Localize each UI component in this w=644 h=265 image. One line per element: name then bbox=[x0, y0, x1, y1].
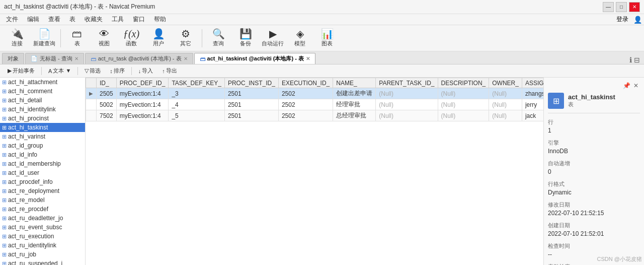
sidebar-item-act-hi-varinst[interactable]: ⊞ act_hi_varinst bbox=[0, 132, 85, 141]
user-icon[interactable]: 👤 bbox=[633, 16, 642, 24]
table-list-icon-6: ⊞ bbox=[2, 124, 7, 131]
sidebar-item-act-hi-identitylink[interactable]: ⊞ act_hi_identitylink bbox=[0, 105, 85, 114]
table-list-icon-15: ⊞ bbox=[2, 206, 7, 213]
toolbar-model[interactable]: ◈ 模型 bbox=[287, 27, 313, 49]
toolbar-connect[interactable]: 🔌 连接 bbox=[4, 27, 30, 49]
info-engine: 引擎 InnoDB bbox=[548, 139, 640, 155]
label-created: 创建日期 bbox=[548, 222, 640, 229]
table-list-icon-8: ⊞ bbox=[2, 143, 7, 149]
menu-window[interactable]: 窗口 bbox=[129, 14, 149, 25]
panel-header-row: 📌 ✕ bbox=[548, 82, 640, 90]
model-icon: ◈ bbox=[296, 29, 304, 39]
table-row[interactable]: 7502myEvection:1:4_525012502总经理审批(Null)(… bbox=[86, 110, 544, 121]
col-name[interactable]: NAME_ bbox=[333, 78, 376, 88]
tab-hi-taskinst[interactable]: 🗃 act_hi_taskinst @activiti (本地库) - 表 ✕ bbox=[194, 53, 315, 64]
maximize-button[interactable]: □ bbox=[616, 2, 627, 12]
col-proc-def-id[interactable]: PROC_DEF_ID_ bbox=[116, 78, 169, 88]
toolbar-function[interactable]: ƒ(x) 函数 bbox=[118, 27, 144, 49]
sidebar-item-act-hi-detail[interactable]: ⊞ act_hi_detail bbox=[0, 96, 85, 105]
begin-transaction-button[interactable]: ▶ 开始事务 bbox=[4, 65, 38, 76]
sidebar-item-act-id-user[interactable]: ⊞ act_id_user bbox=[0, 168, 85, 177]
toolbar-other[interactable]: ⚙ 其它 bbox=[173, 27, 199, 49]
value-modified: 2022-07-10 21:52:15 bbox=[548, 210, 640, 217]
toolbar: 🔌 连接 📄 新建查询 🗃 表 👁 视图 ƒ(x) 函数 👤 用户 ⚙ 其它 🔍… bbox=[0, 25, 644, 51]
sub-sep-1 bbox=[41, 67, 42, 75]
sidebar-item-act-id-group[interactable]: ⊞ act_id_group bbox=[0, 141, 85, 150]
toolbar-autorun[interactable]: ▶ 自动运行 bbox=[260, 27, 286, 49]
table-row[interactable]: ▶2505myEvection:1:4_325012502创建出差申请(Null… bbox=[86, 88, 544, 99]
col-execution-id[interactable]: EXECUTION_ID_ bbox=[278, 78, 333, 88]
col-id[interactable]: ID_ bbox=[97, 78, 117, 88]
sidebar-item-act-hi-procinst[interactable]: ⊞ act_hi_procinst bbox=[0, 114, 85, 123]
sidebar-item-act-ru-identitylink[interactable]: ⊞ act_ru_identitylink bbox=[0, 241, 85, 250]
menu-tools[interactable]: 工具 bbox=[108, 14, 128, 25]
minimize-button[interactable]: — bbox=[603, 2, 614, 12]
tab-untitled-query[interactable]: 📄 无标题 - 查询 ✕ bbox=[25, 53, 84, 64]
menu-file[interactable]: 文件 bbox=[2, 14, 22, 25]
sidebar-item-act-id-info[interactable]: ⊞ act_id_info bbox=[0, 150, 85, 159]
label-check-time: 检查时间 bbox=[548, 242, 640, 250]
export-button[interactable]: ↑ 导出 bbox=[158, 65, 181, 76]
data-table[interactable]: ID_ PROC_DEF_ID_ TASK_DEF_KEY_ PROC_INST… bbox=[86, 78, 543, 265]
sidebar-item-act-ru-execution[interactable]: ⊞ act_ru_execution bbox=[0, 232, 85, 241]
tab-close-2[interactable]: ✕ bbox=[184, 56, 188, 61]
menu-help[interactable]: 帮助 bbox=[150, 14, 170, 25]
sidebar-item-act-hi-taskinst[interactable]: ⊞ act_hi_taskinst bbox=[0, 123, 85, 132]
sidebar-item-act-re-model[interactable]: ⊞ act_re_model bbox=[0, 195, 85, 205]
col-parent-task-id[interactable]: PARENT_TASK_ID_ bbox=[376, 78, 438, 88]
panel-close-icon[interactable]: ✕ bbox=[632, 82, 640, 90]
tabs-bar: 对象 📄 无标题 - 查询 ✕ 🗃 act_ru_task @activiti … bbox=[0, 51, 644, 64]
col-task-def-key[interactable]: TASK_DEF_KEY_ bbox=[169, 78, 224, 88]
col-description[interactable]: DESCRIPTION_ bbox=[438, 78, 489, 88]
sidebar-item-act-ru-event-subsc[interactable]: ⊞ act_ru_event_subsc bbox=[0, 223, 85, 232]
col-assign[interactable]: ASSIGN bbox=[522, 78, 543, 88]
import-button[interactable]: ↓ 导入 bbox=[135, 65, 157, 76]
info-row-format: 行格式 Dynamic bbox=[548, 180, 640, 196]
sidebar-item-act-ru-job[interactable]: ⊞ act_ru_job bbox=[0, 250, 85, 259]
menu-table[interactable]: 表 bbox=[65, 14, 79, 25]
menu-favorites[interactable]: 收藏夹 bbox=[80, 14, 107, 25]
filter-button[interactable]: ▽ 筛选 bbox=[81, 65, 104, 76]
toolbar-table[interactable]: 🗃 表 bbox=[64, 27, 90, 49]
sidebar-item-act-re-procdef[interactable]: ⊞ act_re_procdef bbox=[0, 205, 85, 214]
sidebar-item-act-procdef-info[interactable]: ⊞ act_procdef_info bbox=[0, 177, 85, 186]
panel-pin-icon[interactable]: 📌 bbox=[621, 82, 632, 90]
toolbar-query[interactable]: 🔍 查询 bbox=[205, 27, 231, 49]
toolbar-view[interactable]: 👁 视图 bbox=[91, 27, 117, 49]
panel-info-icon[interactable]: ℹ bbox=[629, 56, 632, 64]
toolbar-backup[interactable]: 💾 备份 bbox=[232, 27, 259, 49]
table-icon: 🗃 bbox=[72, 29, 82, 39]
right-panel-header: ⊞ act_hi_taskinst 表 bbox=[548, 93, 640, 113]
tab-close-1[interactable]: ✕ bbox=[74, 56, 78, 61]
col-owner[interactable]: OWNER_ bbox=[489, 78, 522, 88]
menu-view[interactable]: 查看 bbox=[44, 14, 64, 25]
hi-taskinst-tab-icon: 🗃 bbox=[200, 56, 205, 62]
sidebar-item-act-hi-attachment[interactable]: ⊞ act_hi_attachment bbox=[0, 78, 85, 87]
table-row[interactable]: 5002myEvection:1:4_425012502经理审批(Null)(N… bbox=[86, 99, 544, 110]
window-title: act_hi_taskinst @activiti (本地库) - 表 - Na… bbox=[4, 3, 155, 11]
sidebar-item-act-re-deployment[interactable]: ⊞ act_re_deployment bbox=[0, 186, 85, 195]
login-button[interactable]: 登录 bbox=[612, 15, 632, 24]
sidebar-item-act-ru-suspended[interactable]: ⊞ act_ru_suspended_j bbox=[0, 259, 85, 265]
menu-edit[interactable]: 编辑 bbox=[23, 14, 43, 25]
tab-ru-task[interactable]: 🗃 act_ru_task @activiti (本地库) - 表 ✕ bbox=[85, 53, 193, 64]
tab-close-3[interactable]: ✕ bbox=[306, 56, 310, 61]
sidebar-item-act-id-membership[interactable]: ⊞ act_id_membership bbox=[0, 159, 85, 168]
toolbar-new-query[interactable]: 📄 新建查询 bbox=[31, 27, 57, 49]
sort-button[interactable]: ↕ 排序 bbox=[106, 65, 128, 76]
col-proc-inst-id[interactable]: PROC_INST_ID_ bbox=[224, 78, 278, 88]
sidebar-item-act-hi-comment[interactable]: ⊞ act_hi_comment bbox=[0, 87, 85, 96]
panel-expand-icon[interactable]: ⊟ bbox=[634, 56, 640, 64]
table-list-icon: ⊞ bbox=[2, 79, 7, 86]
toolbar-user[interactable]: 👤 用户 bbox=[145, 27, 172, 49]
chart-icon: 📊 bbox=[321, 29, 334, 39]
text-button[interactable]: A 文本 ▼ bbox=[45, 65, 74, 76]
new-query-icon: 📄 bbox=[38, 29, 51, 39]
info-auto-increment: 自动递增 0 bbox=[548, 160, 640, 175]
sidebar-item-act-ru-deadletter[interactable]: ⊞ act_ru_deadletter_jo bbox=[0, 214, 85, 223]
close-button[interactable]: ✕ bbox=[629, 2, 640, 12]
toolbar-chart[interactable]: 📊 图表 bbox=[314, 27, 340, 49]
table-list-icon-13: ⊞ bbox=[2, 188, 7, 194]
tab-object[interactable]: 对象 bbox=[2, 53, 24, 64]
table-list-icon-21: ⊞ bbox=[2, 260, 7, 266]
